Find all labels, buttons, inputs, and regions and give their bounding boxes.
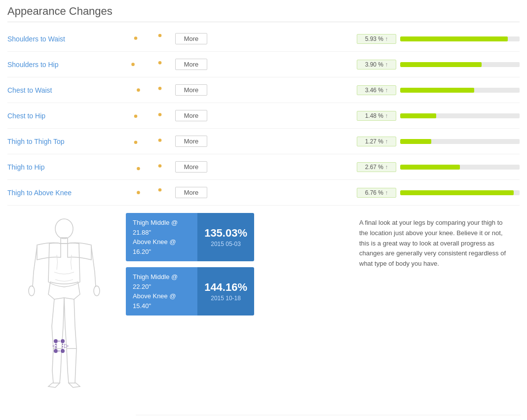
stat-card-1-date: 2015 05-03: [204, 241, 247, 247]
bar-section-0: 5.93 % ↑: [357, 34, 520, 44]
body-figure: ◁ ▷: [7, 213, 121, 405]
bar-track-1: [400, 62, 520, 67]
sparkline-svg-2: [106, 82, 165, 96]
stat-card-1-line1: Thigh Middle @ 21.88": [133, 218, 190, 237]
svg-point-8: [134, 141, 138, 144]
metric-name-4: Thigh to Thigh Top: [7, 138, 106, 145]
sparkline-svg-6: [106, 185, 165, 199]
detail-text: A final look at your legs by comparing y…: [359, 218, 512, 269]
stat-card-1-pct: 135.03%: [204, 227, 247, 240]
svg-point-12: [137, 191, 140, 194]
bar-section-3: 1.48 % ↑: [357, 111, 520, 121]
svg-text:◁: ◁: [52, 342, 57, 349]
line-chart: [121, 410, 526, 420]
sparkline-2: [106, 82, 170, 98]
metric-row-0: Shoulders to Waist More 5.93 % ↑: [7, 26, 520, 52]
metric-name-1: Shoulders to Hip: [7, 61, 106, 69]
bar-fill-4: [400, 139, 431, 144]
metric-name-3: Chest to Hip: [7, 112, 106, 120]
chart-section: 2015-05-032015-05-102015-05-172015-05-24…: [7, 410, 520, 420]
stat-card-1-left: Thigh Middle @ 21.88" Above Knee @ 16.20…: [126, 213, 197, 261]
bottom-section: ◁ ▷ Thigh Middle @ 21.88" Above Knee @ 1…: [7, 213, 520, 405]
metric-row-2: Chest to Waist More 3.46 % ↑: [7, 77, 520, 103]
bar-fill-5: [400, 165, 460, 170]
bar-section-2: 3.46 % ↑: [357, 85, 520, 95]
bar-track-6: [400, 190, 520, 195]
metric-name-5: Thigh to Hip: [7, 163, 106, 171]
stat-card-1-right: 135.03% 2015 05-03: [197, 213, 254, 261]
sparkline-svg-5: [106, 159, 165, 173]
svg-text:▷: ▷: [64, 342, 69, 349]
sparkline-svg-0: [106, 31, 165, 45]
header-divider: [7, 22, 520, 22]
pct-badge-1: 3.90 % ↑: [357, 60, 396, 70]
metric-row-1: Shoulders to Hip More 3.90 % ↑: [7, 52, 520, 77]
svg-point-9: [158, 139, 162, 142]
svg-point-0: [134, 36, 138, 40]
bar-section-5: 2.67 % ↑: [357, 162, 520, 172]
bar-track-0: [400, 36, 520, 41]
detail-cards: Thigh Middle @ 21.88" Above Knee @ 16.20…: [121, 213, 352, 405]
page-container: Appearance Changes Shoulders to Waist Mo…: [0, 0, 527, 420]
stat-card-2-line1: Thigh Middle @ 22.20": [133, 272, 190, 291]
stat-card-2-left: Thigh Middle @ 22.20" Above Knee @ 15.40…: [126, 267, 197, 315]
bar-section-1: 3.90 % ↑: [357, 60, 520, 70]
metric-name-0: Shoulders to Waist: [7, 35, 106, 43]
metric-row-3: Chest to Hip More 1.48 % ↑: [7, 103, 520, 129]
bar-track-4: [400, 139, 520, 144]
pct-badge-3: 1.48 % ↑: [357, 111, 396, 121]
more-button-6[interactable]: More: [175, 187, 207, 198]
stat-card-1: Thigh Middle @ 21.88" Above Knee @ 16.20…: [126, 213, 254, 261]
metric-name-6: Thigh to Above Knee: [7, 189, 106, 197]
stat-card-2: Thigh Middle @ 22.20" Above Knee @ 15.40…: [126, 267, 254, 315]
pct-badge-0: 5.93 % ↑: [357, 34, 396, 44]
svg-point-16: [29, 286, 35, 296]
svg-point-6: [134, 114, 138, 118]
svg-point-4: [137, 88, 140, 92]
more-button-1[interactable]: More: [175, 59, 207, 70]
bar-track-5: [400, 165, 520, 170]
sparkline-svg-1: [106, 57, 165, 70]
sparkline-4: [106, 134, 170, 149]
bar-fill-0: [400, 36, 508, 41]
svg-point-3: [158, 61, 162, 65]
more-button-5[interactable]: More: [175, 161, 207, 173]
bar-section-4: 1.27 % ↑: [357, 137, 520, 146]
more-button-2[interactable]: More: [175, 84, 207, 96]
stat-card-2-date: 2015 10-18: [204, 295, 247, 302]
more-button-3[interactable]: More: [175, 110, 207, 121]
svg-point-14: [55, 219, 73, 239]
sparkline-svg-3: [106, 108, 165, 122]
svg-point-7: [158, 113, 162, 116]
stat-card-2-line2: Above Knee @ 15.40": [133, 291, 190, 311]
sparkline-0: [106, 31, 170, 46]
bar-fill-3: [400, 113, 436, 118]
metric-row-6: Thigh to Above Knee More 6.76 % ↑: [7, 180, 520, 206]
more-button-0[interactable]: More: [175, 33, 207, 44]
pct-badge-4: 1.27 % ↑: [357, 137, 396, 146]
sparkline-svg-4: [106, 134, 165, 147]
pct-badge-6: 6.76 % ↑: [357, 188, 396, 198]
more-button-4[interactable]: More: [175, 136, 207, 147]
svg-point-13: [158, 188, 162, 192]
bar-section-6: 6.76 % ↑: [357, 188, 520, 198]
svg-point-1: [158, 34, 162, 37]
stat-card-2-pct: 144.16%: [204, 281, 247, 294]
stat-card-2-right: 144.16% 2015 10-18: [197, 267, 254, 315]
bar-fill-6: [400, 190, 514, 195]
metric-row-5: Thigh to Hip More 2.67 % ↑: [7, 154, 520, 180]
svg-point-17: [94, 286, 100, 296]
sparkline-1: [106, 57, 170, 72]
metric-name-2: Chest to Waist: [7, 86, 106, 94]
metric-row-4: Thigh to Thigh Top More 1.27 % ↑: [7, 129, 520, 154]
sparkline-3: [106, 108, 170, 123]
body-diagram: ◁ ▷: [25, 218, 104, 405]
stat-card-1-line2: Above Knee @ 16.20": [133, 237, 190, 256]
svg-point-11: [158, 164, 162, 168]
bar-fill-2: [400, 88, 474, 93]
detail-description: A final look at your legs by comparing y…: [352, 213, 520, 405]
pct-badge-2: 3.46 % ↑: [357, 85, 396, 95]
svg-point-5: [158, 87, 162, 90]
bar-track-2: [400, 88, 520, 93]
sparkline-5: [106, 159, 170, 175]
